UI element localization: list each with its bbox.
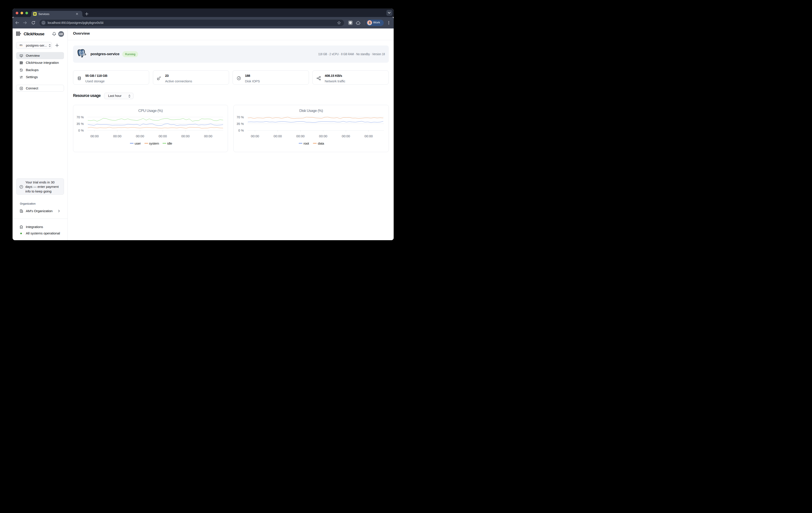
svg-text:00:00: 00:00 [296, 134, 305, 138]
svg-text:root: root [303, 141, 309, 145]
svg-text:Disk Usage (%): Disk Usage (%) [299, 109, 323, 113]
svg-text:user: user [135, 141, 141, 145]
svg-text:data: data [318, 141, 324, 145]
svg-text:00:00: 00:00 [342, 134, 350, 138]
svg-text:CPU Usage (%): CPU Usage (%) [138, 109, 163, 113]
svg-text:70 %: 70 % [236, 115, 244, 119]
svg-text:00:00: 00:00 [136, 134, 144, 138]
svg-text:00:00: 00:00 [181, 134, 190, 138]
svg-text:0 %: 0 % [238, 129, 244, 132]
svg-text:system: system [149, 141, 159, 145]
svg-text:idle: idle [167, 141, 172, 145]
svg-text:00:00: 00:00 [204, 134, 212, 138]
svg-text:00:00: 00:00 [90, 134, 99, 138]
svg-text:35 %: 35 % [236, 122, 244, 125]
svg-text:0 %: 0 % [78, 129, 84, 132]
svg-text:00:00: 00:00 [319, 134, 327, 138]
svg-text:70 %: 70 % [76, 115, 84, 119]
svg-text:00:00: 00:00 [113, 134, 122, 138]
svg-text:00:00: 00:00 [158, 134, 167, 138]
svg-text:00:00: 00:00 [273, 134, 282, 138]
svg-text:00:00: 00:00 [365, 134, 373, 138]
svg-text:aws: aws [20, 44, 23, 46]
svg-text:35 %: 35 % [76, 122, 84, 125]
svg-text:00:00: 00:00 [251, 134, 259, 138]
